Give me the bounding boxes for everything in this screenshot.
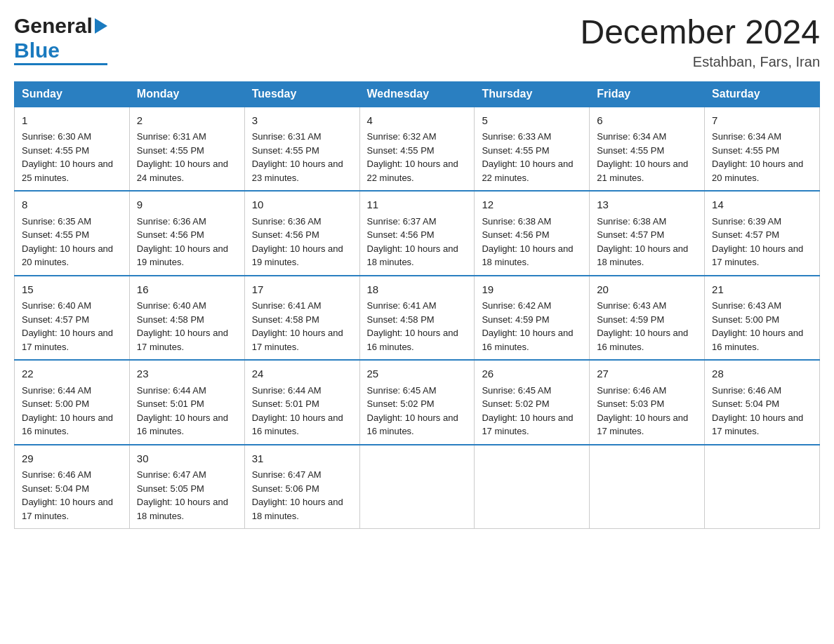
- table-row: 15Sunrise: 6:40 AMSunset: 4:57 PMDayligh…: [15, 276, 130, 361]
- table-row: 20Sunrise: 6:43 AMSunset: 4:59 PMDayligh…: [590, 276, 705, 361]
- day-number: 27: [597, 366, 697, 382]
- day-number: 7: [712, 113, 812, 129]
- table-row: 19Sunrise: 6:42 AMSunset: 4:59 PMDayligh…: [475, 276, 590, 361]
- table-row: 26Sunrise: 6:45 AMSunset: 5:02 PMDayligh…: [475, 360, 590, 445]
- page-header: General Blue December 2024 Estahban, Far…: [14, 14, 820, 70]
- table-row: 24Sunrise: 6:44 AMSunset: 5:01 PMDayligh…: [244, 360, 359, 445]
- day-number: 28: [712, 366, 812, 382]
- table-row: 7Sunrise: 6:34 AMSunset: 4:55 PMDaylight…: [705, 107, 820, 192]
- table-row: 21Sunrise: 6:43 AMSunset: 5:00 PMDayligh…: [705, 276, 820, 361]
- day-info: Sunrise: 6:32 AMSunset: 4:55 PMDaylight:…: [367, 131, 458, 183]
- calendar-header-row: Sunday Monday Tuesday Wednesday Thursday…: [15, 81, 820, 107]
- col-thursday: Thursday: [475, 81, 590, 107]
- day-info: Sunrise: 6:38 AMSunset: 4:56 PMDaylight:…: [482, 216, 573, 268]
- table-row: 12Sunrise: 6:38 AMSunset: 4:56 PMDayligh…: [475, 191, 590, 276]
- calendar-week-row: 22Sunrise: 6:44 AMSunset: 5:00 PMDayligh…: [15, 360, 820, 445]
- table-row: 6Sunrise: 6:34 AMSunset: 4:55 PMDaylight…: [590, 107, 705, 192]
- day-info: Sunrise: 6:30 AMSunset: 4:55 PMDaylight:…: [22, 131, 113, 183]
- day-info: Sunrise: 6:44 AMSunset: 5:00 PMDaylight:…: [22, 385, 113, 437]
- day-number: 1: [22, 113, 122, 129]
- table-row: 23Sunrise: 6:44 AMSunset: 5:01 PMDayligh…: [129, 360, 244, 445]
- table-row: 30Sunrise: 6:47 AMSunset: 5:05 PMDayligh…: [129, 445, 244, 529]
- day-number: 17: [252, 282, 352, 298]
- logo-general-text: General: [14, 14, 93, 39]
- day-number: 19: [482, 282, 582, 298]
- day-info: Sunrise: 6:46 AMSunset: 5:04 PMDaylight:…: [22, 469, 113, 521]
- calendar-week-row: 15Sunrise: 6:40 AMSunset: 4:57 PMDayligh…: [15, 276, 820, 361]
- day-number: 11: [367, 197, 468, 213]
- day-info: Sunrise: 6:46 AMSunset: 5:03 PMDaylight:…: [597, 385, 688, 437]
- day-info: Sunrise: 6:47 AMSunset: 5:05 PMDaylight:…: [137, 469, 228, 521]
- day-number: 30: [137, 451, 237, 467]
- day-info: Sunrise: 6:31 AMSunset: 4:55 PMDaylight:…: [252, 131, 343, 183]
- calendar-week-row: 29Sunrise: 6:46 AMSunset: 5:04 PMDayligh…: [15, 445, 820, 529]
- table-row: 2Sunrise: 6:31 AMSunset: 4:55 PMDaylight…: [129, 107, 244, 192]
- table-row: 28Sunrise: 6:46 AMSunset: 5:04 PMDayligh…: [705, 360, 820, 445]
- table-row: 16Sunrise: 6:40 AMSunset: 4:58 PMDayligh…: [129, 276, 244, 361]
- day-number: 13: [597, 197, 697, 213]
- day-info: Sunrise: 6:34 AMSunset: 4:55 PMDaylight:…: [597, 131, 688, 183]
- day-info: Sunrise: 6:41 AMSunset: 4:58 PMDaylight:…: [252, 300, 343, 352]
- table-row: [475, 445, 590, 529]
- day-number: 22: [22, 366, 122, 382]
- table-row: 29Sunrise: 6:46 AMSunset: 5:04 PMDayligh…: [15, 445, 130, 529]
- day-number: 14: [712, 197, 812, 213]
- day-number: 10: [252, 197, 352, 213]
- table-row: 8Sunrise: 6:35 AMSunset: 4:55 PMDaylight…: [15, 191, 130, 276]
- table-row: 17Sunrise: 6:41 AMSunset: 4:58 PMDayligh…: [244, 276, 359, 361]
- day-info: Sunrise: 6:43 AMSunset: 4:59 PMDaylight:…: [597, 300, 688, 352]
- day-number: 16: [137, 282, 237, 298]
- day-info: Sunrise: 6:46 AMSunset: 5:04 PMDaylight:…: [712, 385, 803, 437]
- col-monday: Monday: [129, 81, 244, 107]
- day-info: Sunrise: 6:36 AMSunset: 4:56 PMDaylight:…: [252, 216, 343, 268]
- day-number: 6: [597, 113, 697, 129]
- day-info: Sunrise: 6:45 AMSunset: 5:02 PMDaylight:…: [367, 385, 458, 437]
- table-row: 31Sunrise: 6:47 AMSunset: 5:06 PMDayligh…: [244, 445, 359, 529]
- table-row: 14Sunrise: 6:39 AMSunset: 4:57 PMDayligh…: [705, 191, 820, 276]
- day-number: 25: [367, 366, 468, 382]
- svg-marker-0: [95, 18, 107, 34]
- table-row: 4Sunrise: 6:32 AMSunset: 4:55 PMDaylight…: [359, 107, 475, 192]
- day-number: 21: [712, 282, 812, 298]
- calendar-title: December 2024: [580, 14, 820, 51]
- day-number: 12: [482, 197, 582, 213]
- day-number: 23: [137, 366, 237, 382]
- day-info: Sunrise: 6:40 AMSunset: 4:58 PMDaylight:…: [137, 300, 228, 352]
- day-number: 5: [482, 113, 582, 129]
- table-row: [705, 445, 820, 529]
- table-row: 9Sunrise: 6:36 AMSunset: 4:56 PMDaylight…: [129, 191, 244, 276]
- day-number: 15: [22, 282, 122, 298]
- day-info: Sunrise: 6:33 AMSunset: 4:55 PMDaylight:…: [482, 131, 573, 183]
- table-row: [359, 445, 475, 529]
- day-info: Sunrise: 6:44 AMSunset: 5:01 PMDaylight:…: [252, 385, 343, 437]
- day-number: 26: [482, 366, 582, 382]
- day-info: Sunrise: 6:44 AMSunset: 5:01 PMDaylight:…: [137, 385, 228, 437]
- table-row: 25Sunrise: 6:45 AMSunset: 5:02 PMDayligh…: [359, 360, 475, 445]
- table-row: 22Sunrise: 6:44 AMSunset: 5:00 PMDayligh…: [15, 360, 130, 445]
- table-row: 18Sunrise: 6:41 AMSunset: 4:58 PMDayligh…: [359, 276, 475, 361]
- day-info: Sunrise: 6:43 AMSunset: 5:00 PMDaylight:…: [712, 300, 803, 352]
- day-info: Sunrise: 6:34 AMSunset: 4:55 PMDaylight:…: [712, 131, 803, 183]
- day-info: Sunrise: 6:47 AMSunset: 5:06 PMDaylight:…: [252, 469, 343, 521]
- day-info: Sunrise: 6:35 AMSunset: 4:55 PMDaylight:…: [22, 216, 113, 268]
- calendar-subtitle: Estahban, Fars, Iran: [580, 54, 820, 70]
- day-info: Sunrise: 6:38 AMSunset: 4:57 PMDaylight:…: [597, 216, 688, 268]
- day-info: Sunrise: 6:37 AMSunset: 4:56 PMDaylight:…: [367, 216, 458, 268]
- table-row: 5Sunrise: 6:33 AMSunset: 4:55 PMDaylight…: [475, 107, 590, 192]
- day-number: 8: [22, 197, 122, 213]
- day-info: Sunrise: 6:39 AMSunset: 4:57 PMDaylight:…: [712, 216, 803, 268]
- col-tuesday: Tuesday: [244, 81, 359, 107]
- day-number: 29: [22, 451, 122, 467]
- day-number: 20: [597, 282, 697, 298]
- day-number: 2: [137, 113, 237, 129]
- day-number: 4: [367, 113, 468, 129]
- day-number: 24: [252, 366, 352, 382]
- day-info: Sunrise: 6:45 AMSunset: 5:02 PMDaylight:…: [482, 385, 573, 437]
- table-row: 3Sunrise: 6:31 AMSunset: 4:55 PMDaylight…: [244, 107, 359, 192]
- day-info: Sunrise: 6:42 AMSunset: 4:59 PMDaylight:…: [482, 300, 573, 352]
- col-friday: Friday: [590, 81, 705, 107]
- col-sunday: Sunday: [15, 81, 130, 107]
- day-info: Sunrise: 6:36 AMSunset: 4:56 PMDaylight:…: [137, 216, 228, 268]
- table-row: [590, 445, 705, 529]
- col-saturday: Saturday: [705, 81, 820, 107]
